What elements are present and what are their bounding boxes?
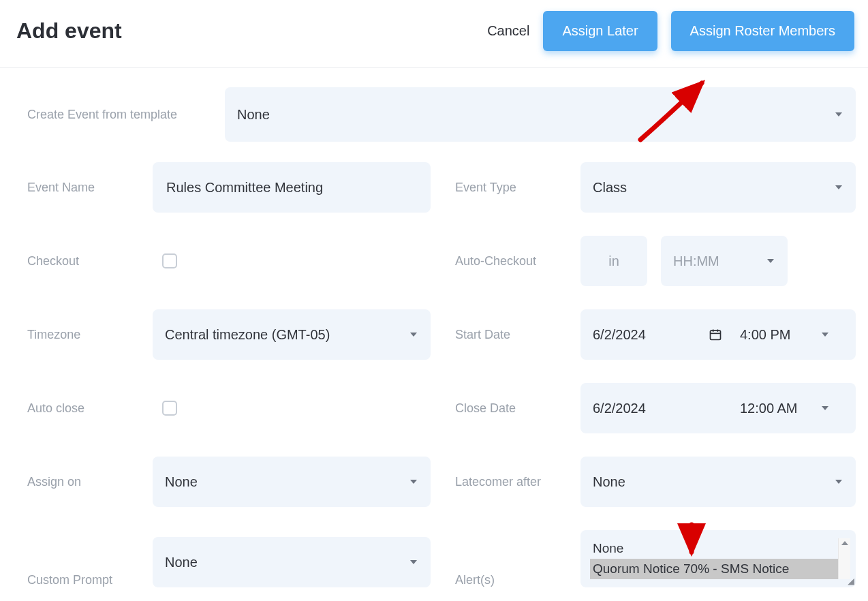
checkbox-auto-close[interactable]: [162, 401, 177, 416]
label-assign-on: Assign on: [27, 475, 153, 489]
page-header: Add event Cancel Assign Later Assign Ros…: [0, 0, 868, 68]
alert-option-quorum[interactable]: Quorum Notice 70% - SMS Notice: [590, 559, 838, 579]
svg-rect-0: [711, 330, 721, 339]
row-assign-latecomer: Assign on None Latecomer after None: [27, 457, 856, 507]
alerts-scrollbar[interactable]: [838, 538, 850, 579]
start-date-field[interactable]: 6/2/2024 4:00 PM: [580, 309, 856, 360]
select-create-from-template[interactable]: None: [225, 87, 856, 142]
label-auto-checkout: Auto-Checkout: [455, 254, 580, 268]
page-title: Add event: [16, 18, 122, 44]
auto-checkout-in-value: in: [608, 253, 619, 269]
label-alerts: Alert(s): [455, 573, 580, 587]
label-event-type: Event Type: [455, 181, 580, 195]
select-assign-on-value: None: [165, 474, 198, 490]
cancel-link[interactable]: Cancel: [487, 23, 529, 39]
close-date-field[interactable]: 6/2/2024 12:00 AM: [580, 383, 856, 433]
input-event-name-wrapper[interactable]: [153, 162, 431, 213]
auto-checkout-in-field[interactable]: in: [580, 236, 647, 286]
select-auto-checkout-hhmm[interactable]: HH:MM: [661, 236, 788, 286]
alert-option-none[interactable]: None: [590, 538, 838, 559]
close-date-value: 6/2/2024: [593, 401, 696, 416]
scroll-up-icon: [841, 541, 848, 545]
select-event-type[interactable]: Class: [580, 162, 856, 213]
event-form: Create Event from template None Event Na…: [0, 68, 868, 587]
start-date-value: 6/2/2024: [593, 327, 696, 343]
label-latecomer-after: Latecomer after: [455, 475, 580, 489]
assign-later-button[interactable]: Assign Later: [543, 11, 657, 51]
row-timezone-start: Timezone Central timezone (GMT-05) Start…: [27, 309, 856, 360]
select-assign-on[interactable]: None: [153, 457, 431, 507]
row-name-type: Event Name Event Type Class: [27, 162, 856, 213]
select-custom-prompt-value: None: [165, 555, 198, 570]
label-close-date: Close Date: [455, 401, 580, 416]
row-template: Create Event from template None: [27, 87, 856, 142]
label-auto-close: Auto close: [27, 401, 153, 416]
calendar-icon: [709, 328, 722, 341]
close-time-value: 12:00 AM: [734, 401, 843, 416]
select-timezone[interactable]: Central timezone (GMT-05): [153, 309, 431, 360]
start-time-value: 4:00 PM: [734, 327, 843, 343]
select-custom-prompt[interactable]: None: [153, 537, 431, 587]
input-event-name[interactable]: [165, 179, 418, 196]
select-template-value: None: [237, 107, 270, 123]
label-start-date: Start Date: [455, 328, 580, 342]
header-actions: Cancel Assign Later Assign Roster Member…: [487, 11, 854, 51]
label-checkout: Checkout: [27, 254, 153, 268]
auto-checkout-placeholder: HH:MM: [673, 253, 719, 269]
label-custom-prompt: Custom Prompt: [27, 573, 153, 587]
select-event-type-value: Class: [593, 180, 627, 196]
row-autoclose-close: Auto close Close Date 6/2/2024 12:00 AM: [27, 383, 856, 433]
select-latecomer-after-value: None: [593, 474, 625, 490]
assign-roster-members-button[interactable]: Assign Roster Members: [671, 11, 854, 51]
checkbox-checkout[interactable]: [162, 253, 177, 268]
label-event-name: Event Name: [27, 181, 153, 195]
label-create-from-template: Create Event from template: [27, 108, 225, 122]
resize-grip-icon[interactable]: ◢: [848, 576, 854, 586]
row-checkout-auto: Checkout Auto-Checkout in HH:MM: [27, 236, 856, 286]
select-timezone-value: Central timezone (GMT-05): [165, 327, 330, 343]
row-custom-alerts: Custom Prompt None Alert(s) None Quorum …: [27, 530, 856, 587]
select-latecomer-after[interactable]: None: [580, 457, 856, 507]
alerts-listbox[interactable]: None Quorum Notice 70% - SMS Notice ◢: [580, 530, 856, 587]
label-timezone: Timezone: [27, 328, 153, 342]
